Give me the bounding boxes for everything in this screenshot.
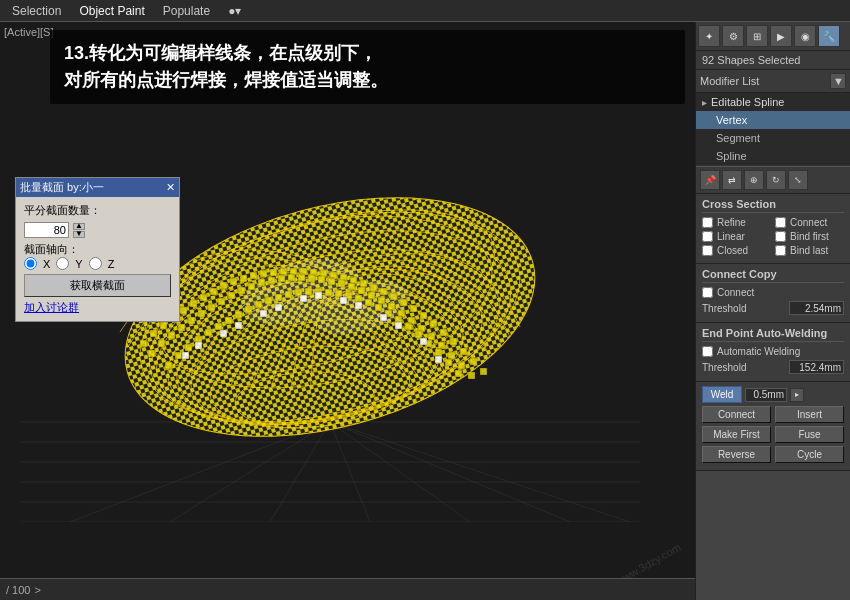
position-icon[interactable]: ⊕: [744, 170, 764, 190]
radio-y[interactable]: [56, 257, 69, 270]
icon-utilities[interactable]: 🔧: [818, 25, 840, 47]
reverse-button[interactable]: Reverse: [702, 446, 771, 463]
cycle-button[interactable]: Cycle: [775, 446, 844, 463]
scale-icon[interactable]: ⤡: [788, 170, 808, 190]
menu-selection[interactable]: Selection: [4, 2, 69, 20]
get-cross-section-button[interactable]: 获取横截面: [24, 274, 171, 297]
closed-checkbox[interactable]: [702, 245, 713, 256]
spinner-down[interactable]: ▼: [73, 231, 85, 238]
viewport[interactable]: [Active][S] 13.转化为可编辑样线条，在点级别下， 对所有的点进行焊…: [0, 22, 695, 600]
svg-rect-136: [275, 304, 282, 311]
menu-extra[interactable]: ●▾: [220, 2, 249, 20]
cross-section-title: Cross Section: [702, 198, 844, 213]
dialog-content: 平分截面数量： ▲ ▼ 截面轴向： X Y Z: [16, 197, 179, 321]
svg-rect-36: [210, 288, 217, 295]
threshold-row: Threshold: [702, 301, 844, 315]
threshold-input[interactable]: [789, 301, 844, 315]
modifier-editable-spline[interactable]: ▸ Editable Spline: [696, 93, 850, 111]
modifier-vertex[interactable]: Vertex: [696, 111, 850, 129]
svg-line-7: [170, 422, 330, 522]
svg-rect-29: [140, 340, 147, 347]
svg-rect-137: [315, 292, 322, 299]
icon-motion[interactable]: ▶: [770, 25, 792, 47]
svg-rect-135: [235, 322, 242, 329]
count-spinner[interactable]: ▲ ▼: [73, 223, 85, 238]
svg-rect-97: [165, 362, 172, 369]
svg-rect-83: [338, 280, 345, 287]
svg-rect-92: [428, 333, 435, 340]
weld-value-input[interactable]: [745, 388, 787, 402]
pin-icon[interactable]: 📌: [700, 170, 720, 190]
dialog-close-button[interactable]: ✕: [166, 181, 175, 194]
svg-line-9: [330, 422, 370, 522]
radio-y-label: Y: [75, 258, 82, 270]
svg-rect-56: [410, 305, 417, 312]
menu-populate[interactable]: Populate: [155, 2, 218, 20]
bind-first-checkbox[interactable]: [775, 231, 786, 242]
count-input[interactable]: [24, 222, 69, 238]
expand-icon: ▸: [702, 97, 707, 108]
connect-copy-panel: Connect Copy Connect Threshold: [696, 264, 850, 323]
shapes-selected-label: 92 Shapes Selected: [696, 51, 850, 70]
modifier-spline[interactable]: Spline: [696, 147, 850, 165]
weld-button-row: Weld ▸: [702, 386, 844, 403]
top-menu-bar: Selection Object Paint Populate ●▾: [0, 0, 850, 22]
insert-button[interactable]: Insert: [775, 406, 844, 423]
fuse-button[interactable]: Fuse: [775, 426, 844, 443]
svg-rect-139: [395, 322, 402, 329]
weld-spinner[interactable]: ▸: [790, 388, 804, 402]
make-first-button[interactable]: Make First: [702, 426, 771, 443]
icon-hierarchy[interactable]: ⊞: [746, 25, 768, 47]
weld-threshold-input[interactable]: [789, 360, 844, 374]
connect-copy-row: Connect: [702, 287, 844, 298]
menu-object-paint[interactable]: Object Paint: [71, 2, 152, 20]
svg-rect-59: [440, 329, 447, 336]
transform-icons: 📌 ⇄ ⊕ ↻ ⤡: [696, 166, 850, 194]
radio-x[interactable]: [24, 257, 37, 270]
weld-button[interactable]: Weld: [702, 386, 742, 403]
icon-modify[interactable]: ⚙: [722, 25, 744, 47]
svg-line-6: [70, 422, 330, 522]
svg-rect-122: [415, 331, 422, 338]
forum-link[interactable]: 加入讨论群: [24, 301, 79, 313]
modifier-dropdown[interactable]: ▼: [830, 73, 846, 89]
svg-rect-71: [218, 298, 225, 305]
radio-z[interactable]: [89, 257, 102, 270]
dialog-title[interactable]: 批量截面 by:小一 ✕: [16, 178, 179, 197]
svg-rect-62: [470, 358, 477, 365]
icon-display[interactable]: ◉: [794, 25, 816, 47]
svg-rect-60: [450, 338, 457, 345]
svg-rect-74: [248, 283, 255, 290]
linear-checkbox[interactable]: [702, 231, 713, 242]
svg-rect-107: [265, 297, 272, 304]
svg-rect-75: [258, 279, 265, 286]
svg-rect-140: [435, 356, 442, 363]
axis-label: 截面轴向：: [24, 242, 171, 257]
linear-label: Linear: [717, 231, 771, 242]
svg-line-10: [330, 422, 470, 522]
connect-checkbox[interactable]: [775, 217, 786, 228]
connect-button[interactable]: Connect: [702, 406, 771, 423]
icon-create[interactable]: ✦: [698, 25, 720, 47]
connect-copy-checkbox[interactable]: [702, 287, 713, 298]
svg-rect-134: [195, 342, 202, 349]
svg-rect-98: [175, 352, 182, 359]
instruction-line2: 对所有的点进行焊接，焊接值适当调整。: [64, 70, 388, 90]
auto-weld-row: Automatic Welding: [702, 346, 844, 357]
svg-rect-131: [340, 297, 347, 304]
refine-checkbox[interactable]: [702, 217, 713, 228]
svg-rect-77: [278, 275, 285, 282]
svg-rect-54: [390, 293, 397, 300]
modifier-segment[interactable]: Segment: [696, 129, 850, 147]
transform-icon[interactable]: ⇄: [722, 170, 742, 190]
svg-rect-68: [188, 317, 195, 324]
svg-rect-70: [208, 304, 215, 311]
auto-weld-title: End Point Auto-Welding: [702, 327, 844, 342]
auto-weld-checkbox[interactable]: [702, 346, 713, 357]
rotate-icon[interactable]: ↻: [766, 170, 786, 190]
svg-rect-124: [435, 349, 442, 356]
bind-last-checkbox[interactable]: [775, 245, 786, 256]
svg-rect-31: [160, 322, 167, 329]
bind-last-label: Bind last: [790, 245, 844, 256]
status-arrow: >: [34, 584, 40, 596]
